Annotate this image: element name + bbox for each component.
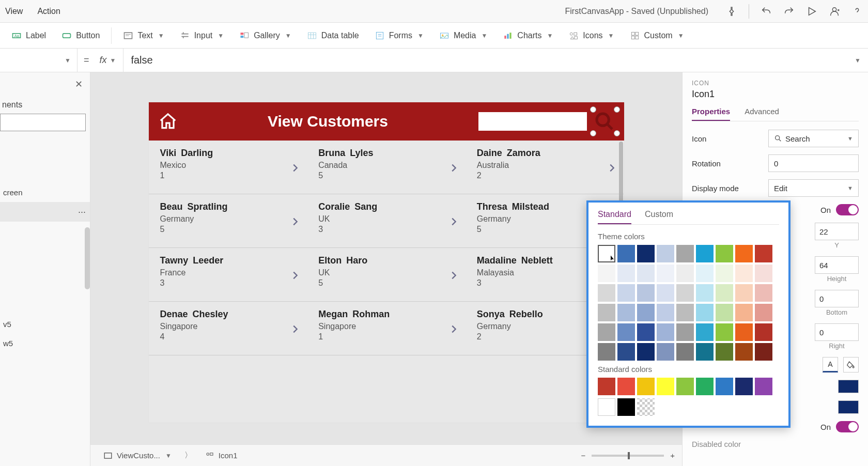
ribbon-input[interactable]: Input▼ xyxy=(173,26,231,45)
theme-color-swatch[interactable] xyxy=(735,265,753,282)
share-icon[interactable] xyxy=(829,6,840,17)
theme-color-swatch[interactable] xyxy=(676,304,694,321)
zoom-in-icon[interactable]: + xyxy=(670,451,675,460)
standard-color-swatch[interactable] xyxy=(716,378,733,395)
theme-color-swatch[interactable] xyxy=(696,284,714,302)
theme-color-swatch[interactable] xyxy=(617,343,635,361)
home-icon[interactable] xyxy=(158,112,178,131)
theme-color-swatch[interactable] xyxy=(617,245,635,262)
zoom-out-icon[interactable]: − xyxy=(581,451,585,460)
breadcrumb-icon[interactable]: Icon1 xyxy=(199,448,243,463)
app-search-input[interactable] xyxy=(478,112,587,131)
theme-color-swatch[interactable] xyxy=(755,245,772,262)
chevron-right-icon[interactable] xyxy=(448,216,459,227)
customer-card[interactable]: Denae Chesley Singapore 4 xyxy=(149,302,307,355)
theme-color-swatch[interactable] xyxy=(637,343,655,361)
theme-color-swatch[interactable] xyxy=(696,304,714,321)
color-swatch-2[interactable] xyxy=(838,400,859,414)
theme-color-swatch[interactable] xyxy=(657,343,674,361)
app-canvas[interactable]: View Customers Viki Darling Mexico 1 Bru… xyxy=(149,102,624,423)
standard-color-swatch[interactable] xyxy=(735,378,753,395)
customer-card[interactable]: Daine Zamora Australia 2 xyxy=(466,141,624,194)
theme-color-swatch[interactable] xyxy=(696,343,714,361)
standard-color-swatch[interactable] xyxy=(755,378,772,395)
tab-advanced[interactable]: Advanced xyxy=(745,107,779,121)
theme-color-swatch[interactable] xyxy=(598,323,615,341)
customer-card[interactable]: Viki Darling Mexico 1 xyxy=(149,141,307,194)
property-selector[interactable]: ▼ xyxy=(0,49,78,72)
standard-color-swatch[interactable] xyxy=(696,378,714,395)
chevron-right-icon[interactable] xyxy=(448,323,459,335)
selection-handles[interactable] xyxy=(590,106,620,136)
theme-color-swatch[interactable] xyxy=(637,245,655,262)
help-icon[interactable] xyxy=(851,6,863,17)
theme-color-swatch[interactable] xyxy=(637,284,655,302)
prop-display-select[interactable]: Edit▼ xyxy=(768,179,859,197)
tree-item-screen[interactable]: creen xyxy=(0,183,90,202)
ribbon-icons[interactable]: Icons▼ xyxy=(561,26,621,45)
theme-color-swatch[interactable] xyxy=(716,245,733,262)
theme-color-swatch[interactable] xyxy=(716,304,733,321)
ribbon-text[interactable]: Text▼ xyxy=(116,26,171,45)
customer-card[interactable]: Beau Spratling Germany 5 xyxy=(149,194,307,248)
standard-color-swatch[interactable] xyxy=(617,378,635,395)
theme-color-swatch[interactable] xyxy=(598,304,615,321)
fx-button[interactable]: fx▼ xyxy=(96,49,124,72)
prop-right-input[interactable]: 0 xyxy=(815,323,859,341)
ribbon-charts[interactable]: Charts▼ xyxy=(495,26,560,45)
ribbon-gallery[interactable]: Gallery▼ xyxy=(232,26,299,45)
extra-color-swatch[interactable] xyxy=(617,398,635,416)
standard-color-swatch[interactable] xyxy=(598,378,615,395)
ribbon-label[interactable]: Aa Label xyxy=(4,26,53,45)
breadcrumb-screen[interactable]: ViewCusto...▼ xyxy=(98,448,177,463)
color-tab-standard[interactable]: Standard xyxy=(598,210,631,224)
standard-color-swatch[interactable] xyxy=(637,378,655,395)
theme-color-swatch[interactable] xyxy=(735,284,753,302)
theme-color-swatch[interactable] xyxy=(598,245,615,262)
prop-visible-toggle[interactable] xyxy=(836,204,859,215)
theme-color-swatch[interactable] xyxy=(598,265,615,282)
theme-color-swatch[interactable] xyxy=(637,265,655,282)
close-icon[interactable]: ✕ xyxy=(75,79,83,90)
theme-color-swatch[interactable] xyxy=(755,265,772,282)
theme-color-swatch[interactable] xyxy=(735,323,753,341)
theme-color-swatch[interactable] xyxy=(735,304,753,321)
theme-color-swatch[interactable] xyxy=(676,265,694,282)
theme-color-swatch[interactable] xyxy=(755,323,772,341)
undo-icon[interactable] xyxy=(761,6,772,17)
theme-color-swatch[interactable] xyxy=(735,343,753,361)
fill-color-button[interactable] xyxy=(843,357,859,372)
theme-color-swatch[interactable] xyxy=(657,304,674,321)
theme-color-swatch[interactable] xyxy=(657,265,674,282)
theme-color-swatch[interactable] xyxy=(755,284,772,302)
chevron-right-icon[interactable] xyxy=(289,323,301,335)
theme-color-swatch[interactable] xyxy=(716,284,733,302)
theme-color-swatch[interactable] xyxy=(755,304,772,321)
theme-color-swatch[interactable] xyxy=(617,323,635,341)
formula-expand-icon[interactable]: ▼ xyxy=(855,57,861,64)
font-color-button[interactable]: A xyxy=(823,357,838,372)
tree-item-w5b[interactable]: w5 xyxy=(0,334,90,353)
theme-color-swatch[interactable] xyxy=(716,323,733,341)
theme-color-swatch[interactable] xyxy=(617,304,635,321)
play-icon[interactable] xyxy=(806,6,817,17)
customer-card[interactable]: Elton Haro UK 5 xyxy=(307,248,466,302)
theme-color-swatch[interactable] xyxy=(657,284,674,302)
tree-search-input[interactable] xyxy=(0,114,86,131)
ribbon-datatable[interactable]: Data table xyxy=(300,26,366,45)
theme-color-swatch[interactable] xyxy=(617,284,635,302)
theme-color-swatch[interactable] xyxy=(657,245,674,262)
theme-color-swatch[interactable] xyxy=(598,343,615,361)
chevron-right-icon[interactable] xyxy=(289,162,301,174)
chevron-right-icon[interactable] xyxy=(448,270,459,281)
chevron-right-icon[interactable] xyxy=(606,162,617,174)
chevron-right-icon[interactable] xyxy=(448,162,459,174)
chevron-right-icon[interactable] xyxy=(289,270,301,281)
color-tab-custom[interactable]: Custom xyxy=(645,210,673,224)
theme-color-swatch[interactable] xyxy=(676,323,694,341)
theme-color-swatch[interactable] xyxy=(696,265,714,282)
customer-card[interactable]: Tawny Leeder France 3 xyxy=(149,248,307,302)
theme-color-swatch[interactable] xyxy=(598,284,615,302)
prop-rotation-input[interactable]: 0 xyxy=(768,154,859,172)
theme-color-swatch[interactable] xyxy=(716,343,733,361)
